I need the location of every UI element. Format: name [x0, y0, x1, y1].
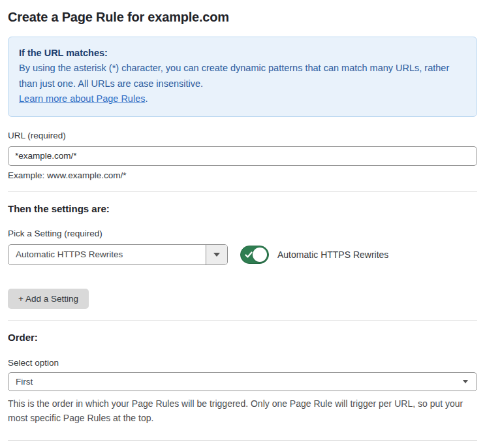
info-box-link-line: Learn more about Page Rules. — [19, 91, 466, 106]
url-input[interactable] — [8, 146, 477, 166]
setting-select[interactable]: Automatic HTTPS Rewrites — [8, 244, 228, 265]
order-select[interactable]: First — [8, 372, 477, 391]
chevron-down-icon — [213, 253, 220, 257]
setting-picker-label: Pick a Setting (required) — [8, 229, 477, 238]
chevron-down-icon — [463, 380, 468, 383]
url-section: URL (required) Example: www.example.com/… — [8, 131, 477, 180]
order-helper-text: This is the order in which your Page Rul… — [8, 396, 475, 426]
order-select-value: First — [16, 377, 33, 387]
learn-more-link[interactable]: Learn more about Page Rules — [19, 93, 145, 104]
info-box-heading: If the URL matches: — [19, 46, 466, 61]
toggle-knob — [253, 248, 267, 262]
setting-row: Automatic HTTPS Rewrites Automatic HTTPS… — [8, 244, 477, 265]
setting-select-value: Automatic HTTPS Rewrites — [8, 245, 206, 264]
setting-toggle[interactable] — [240, 246, 269, 264]
divider — [8, 191, 477, 192]
order-section: Order: Select option First This is the o… — [8, 332, 477, 426]
check-icon — [245, 251, 253, 259]
url-field-label: URL (required) — [8, 131, 477, 140]
settings-heading: Then the settings are: — [8, 203, 477, 214]
order-select-label: Select option — [8, 358, 477, 368]
setting-select-arrow-button[interactable] — [206, 245, 227, 264]
url-match-info-box: If the URL matches: By using the asteris… — [8, 37, 477, 117]
page-title: Create a Page Rule for example.com — [8, 10, 477, 25]
toggle-label: Automatic HTTPS Rewrites — [277, 249, 388, 260]
info-box-body: By using the asterisk (*) character, you… — [19, 61, 466, 91]
add-setting-button[interactable]: + Add a Setting — [8, 289, 89, 309]
settings-section: Then the settings are: Pick a Setting (r… — [8, 203, 477, 309]
divider — [8, 320, 477, 321]
url-example-helper: Example: www.example.com/* — [8, 170, 477, 180]
order-heading: Order: — [8, 332, 477, 343]
divider — [8, 440, 477, 441]
link-period: . — [145, 93, 148, 104]
